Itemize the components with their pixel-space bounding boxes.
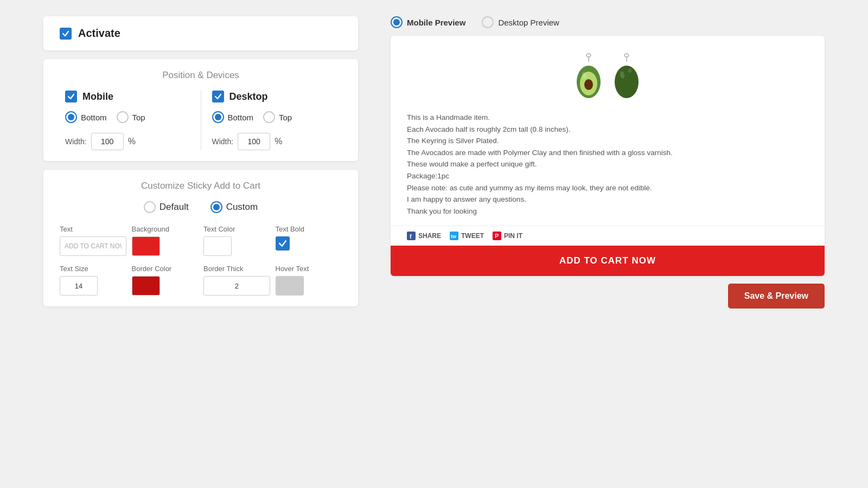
- desktop-position-row: Bottom Top: [212, 111, 292, 123]
- default-radio[interactable]: Default: [144, 201, 189, 213]
- mobile-bottom-label: Bottom: [81, 113, 107, 122]
- hover-text-field-col: Hover Text: [276, 265, 342, 296]
- mobile-width-label: Width:: [65, 137, 87, 146]
- preview-card: This is a Handmade item. Each Avocado ha…: [391, 36, 825, 276]
- custom-radio-circle: [210, 201, 222, 213]
- text-color-field-col: Text Color: [203, 225, 270, 256]
- mobile-pct-label: %: [128, 137, 136, 146]
- svg-text:P: P: [495, 233, 499, 239]
- custom-radio[interactable]: Custom: [210, 201, 258, 213]
- desktop-checkbox[interactable]: [212, 91, 224, 102]
- customize-title: Customize Sticky Add to Cart: [60, 181, 342, 191]
- custom-radio-label: Custom: [226, 202, 258, 213]
- mobile-checkbox[interactable]: [65, 91, 77, 102]
- desktop-top-radio[interactable]: Top: [263, 111, 292, 123]
- text-size-field-label: Text Size: [60, 265, 88, 273]
- desc-line-7: Please note: as cute and yummy as my ite…: [407, 182, 808, 194]
- desc-line-4: The Avocados are made with Polymer Clay …: [407, 147, 808, 159]
- desktop-top-circle: [263, 111, 275, 123]
- share-button[interactable]: f SHARE: [407, 232, 441, 240]
- border-color-field-col: Border Color: [132, 265, 199, 296]
- pin-label: PIN IT: [504, 232, 522, 240]
- desc-line-6: Package:1pc: [407, 170, 808, 182]
- mobile-top-label: Top: [132, 113, 145, 122]
- text-field-col: Text: [60, 225, 126, 256]
- tweet-label: TWEET: [461, 232, 484, 240]
- mobile-bottom-circle: [65, 111, 77, 123]
- border-thick-input[interactable]: [203, 276, 270, 296]
- avocado-open-icon: [572, 52, 605, 101]
- avocado-pair: [572, 47, 643, 101]
- avocado-closed-icon: [610, 52, 643, 101]
- share-label: SHARE: [418, 232, 441, 240]
- svg-point-4: [584, 79, 593, 90]
- default-radio-circle: [144, 201, 156, 213]
- divider: [201, 91, 201, 150]
- background-color-swatch[interactable]: [132, 236, 160, 256]
- text-color-field-label: Text Color: [203, 225, 235, 233]
- tweet-button[interactable]: tw TWEET: [450, 232, 484, 240]
- main-layout: Activate Position & Devices Mobile: [0, 0, 868, 488]
- left-panel: Activate Position & Devices Mobile: [43, 16, 358, 472]
- background-field-col: Background: [132, 225, 199, 256]
- desc-line-8: I am happy to answer any questions.: [407, 194, 808, 206]
- desktop-preview-tab[interactable]: Desktop Preview: [482, 16, 559, 28]
- svg-text:f: f: [410, 233, 412, 240]
- desktop-bottom-radio[interactable]: Bottom: [212, 111, 254, 123]
- desktop-bottom-circle: [212, 111, 224, 123]
- text-input[interactable]: [60, 236, 126, 256]
- desktop-width-row: Width: %: [212, 133, 283, 150]
- save-preview-row: Save & Preview: [391, 284, 825, 309]
- facebook-icon: f: [407, 232, 416, 240]
- mobile-preview-radio: [391, 16, 403, 28]
- mobile-top-circle: [117, 111, 129, 123]
- border-color-swatch[interactable]: [132, 276, 160, 296]
- text-color-swatch[interactable]: [203, 236, 232, 256]
- desktop-width-input[interactable]: [238, 133, 270, 150]
- activate-card: Activate: [43, 16, 358, 50]
- position-card: Position & Devices Mobile: [43, 59, 358, 161]
- preview-tabs: Mobile Preview Desktop Preview: [391, 16, 825, 28]
- mobile-preview-tab[interactable]: Mobile Preview: [391, 16, 465, 28]
- mobile-preview-label: Mobile Preview: [407, 18, 465, 27]
- text-field-label: Text: [60, 225, 73, 233]
- svg-text:tw: tw: [451, 234, 457, 239]
- default-radio-label: Default: [159, 202, 189, 213]
- mobile-bottom-radio[interactable]: Bottom: [65, 111, 107, 123]
- svg-point-8: [615, 66, 639, 98]
- desc-line-1: This is a Handmade item.: [407, 112, 808, 124]
- desktop-col: Desktop Bottom Top Width:: [207, 91, 342, 150]
- pin-button[interactable]: P PIN IT: [493, 232, 522, 240]
- desc-line-2: Each Avocado half is roughly 2cm tall (0…: [407, 124, 808, 136]
- text-bold-field-label: Text Bold: [276, 225, 304, 233]
- desc-line-9: Thank you for looking: [407, 206, 808, 217]
- background-field-label: Background: [132, 225, 169, 233]
- activate-checkbox[interactable]: [60, 28, 72, 40]
- customize-card: Customize Sticky Add to Cart Default Cus…: [43, 170, 358, 306]
- hover-text-swatch[interactable]: [276, 276, 304, 296]
- svg-point-0: [586, 54, 591, 57]
- right-panel: Mobile Preview Desktop Preview: [391, 16, 825, 472]
- save-preview-button[interactable]: Save & Preview: [728, 284, 825, 309]
- pinterest-icon: P: [493, 232, 501, 240]
- mobile-top-radio[interactable]: Top: [117, 111, 145, 123]
- border-color-field-label: Border Color: [132, 265, 172, 273]
- text-bold-checkbox[interactable]: [276, 236, 290, 251]
- desktop-top-label: Top: [279, 113, 292, 122]
- devices-row: Mobile Bottom Top Width:: [60, 91, 342, 150]
- product-description: This is a Handmade item. Each Avocado ha…: [391, 106, 825, 226]
- hover-text-field-label: Hover Text: [276, 265, 309, 273]
- desktop-label: Desktop: [229, 91, 268, 102]
- border-thick-field-col: Border Thick: [203, 265, 270, 296]
- activate-label: Activate: [78, 27, 120, 40]
- desc-line-5: These would make a perfect unique gift.: [407, 158, 808, 170]
- position-title: Position & Devices: [60, 70, 342, 81]
- mobile-width-input[interactable]: [91, 133, 124, 150]
- text-bold-field-col: Text Bold: [276, 225, 342, 256]
- text-size-field-col: Text Size: [60, 265, 126, 296]
- mobile-position-row: Bottom Top: [65, 111, 145, 123]
- customize-options-row: Default Custom: [60, 201, 342, 213]
- text-size-input[interactable]: [60, 276, 98, 296]
- add-to-cart-button[interactable]: ADD TO CART NOW: [391, 246, 825, 276]
- social-row: f SHARE tw TWEET P PIN IT: [391, 226, 825, 246]
